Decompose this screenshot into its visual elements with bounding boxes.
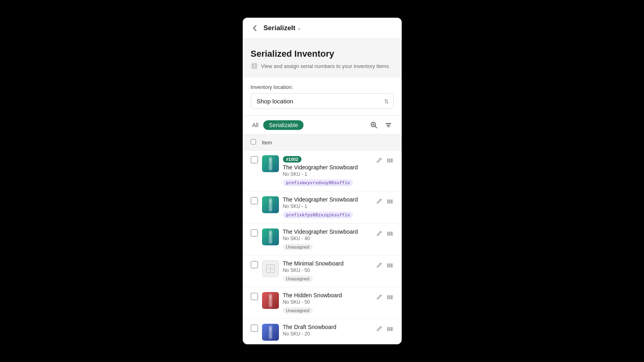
barcode-icon[interactable] xyxy=(386,262,394,271)
item-checkbox[interactable] xyxy=(251,197,258,204)
svg-rect-18 xyxy=(387,200,388,204)
item-thumbnail xyxy=(262,292,279,309)
app-window: SerializeIt ⌄ Serialized Inventory View … xyxy=(243,18,402,344)
page-subtitle: View and assign serial numbers to your i… xyxy=(251,62,394,70)
item-info: The Hidden Snowboard No SKU - 50 Unassig… xyxy=(283,292,372,314)
filter-tab-all[interactable]: All xyxy=(251,120,260,130)
svg-rect-38 xyxy=(390,263,391,267)
svg-rect-11 xyxy=(390,158,391,162)
header-checkbox-cell xyxy=(251,139,262,146)
svg-rect-9 xyxy=(388,158,389,162)
svg-point-1 xyxy=(254,64,255,65)
svg-rect-32 xyxy=(391,232,392,236)
item-info: The Videographer Snowboard No SKU - 1 pr… xyxy=(283,196,372,218)
item-actions xyxy=(376,294,394,302)
svg-rect-31 xyxy=(390,232,391,236)
select-all-checkbox[interactable] xyxy=(251,139,256,144)
item-checkbox[interactable] xyxy=(251,156,258,163)
svg-rect-43 xyxy=(270,296,271,297)
item-checkbox[interactable] xyxy=(251,261,258,268)
info-icon xyxy=(251,62,258,70)
svg-rect-21 xyxy=(390,200,391,204)
svg-rect-7 xyxy=(270,161,271,162)
barcode-icon[interactable] xyxy=(386,294,394,302)
sort-button[interactable] xyxy=(383,120,394,130)
svg-rect-6 xyxy=(270,159,271,160)
svg-rect-8 xyxy=(387,158,388,162)
barcode-icon[interactable] xyxy=(386,325,394,334)
svg-rect-44 xyxy=(270,298,271,299)
svg-rect-37 xyxy=(389,263,390,267)
svg-rect-19 xyxy=(388,200,389,204)
location-select-wrapper: Shop location Warehouse 1 Warehouse 2 ⇅ xyxy=(251,93,394,109)
filter-tab-serializable[interactable]: Serializable xyxy=(263,120,303,130)
svg-rect-54 xyxy=(270,329,271,331)
item-checkbox[interactable] xyxy=(251,229,258,237)
item-info: The Draft Snowboard No SKU - 20 xyxy=(283,324,372,338)
item-actions xyxy=(376,198,394,207)
list-item: The Videographer Snowboard No SKU - 40 U… xyxy=(243,224,402,255)
location-select[interactable]: Shop location Warehouse 1 Warehouse 2 xyxy=(251,93,394,109)
edit-icon[interactable] xyxy=(376,198,383,207)
svg-rect-40 xyxy=(392,263,393,267)
item-sku: No SKU - 20 xyxy=(283,331,372,337)
svg-rect-57 xyxy=(389,327,390,331)
barcode-icon[interactable] xyxy=(386,198,394,207)
nav-bar: SerializeIt ⌄ xyxy=(243,18,402,39)
item-name: The Draft Snowboard xyxy=(283,324,372,330)
back-button[interactable] xyxy=(251,24,259,32)
serial-badge: prefixmvyvrvdvoy80suffix xyxy=(283,179,353,186)
item-info: The Videographer Snowboard No SKU - 40 U… xyxy=(283,228,372,250)
search-filter-button[interactable] xyxy=(369,120,379,130)
svg-rect-20 xyxy=(389,200,390,204)
item-sku: No SKU - 1 xyxy=(283,171,372,177)
svg-rect-29 xyxy=(388,232,389,236)
table-header: Item xyxy=(243,135,402,150)
svg-rect-39 xyxy=(391,263,392,267)
page-title: Serialized Inventory xyxy=(251,49,394,59)
item-info: #1002 The Videographer Snowboard No SKU … xyxy=(283,155,372,186)
edit-icon[interactable] xyxy=(376,294,383,302)
item-name: The Hidden Snowboard xyxy=(283,292,372,298)
svg-rect-27 xyxy=(270,234,271,235)
unassigned-badge: Unassigned xyxy=(283,276,313,282)
column-header-item: Item xyxy=(262,140,272,146)
svg-rect-56 xyxy=(388,327,389,331)
edit-icon[interactable] xyxy=(376,325,383,334)
svg-rect-45 xyxy=(387,295,388,299)
item-actions xyxy=(376,262,394,271)
svg-rect-16 xyxy=(270,200,271,201)
list-item: The Draft Snowboard No SKU - 20 xyxy=(243,319,402,344)
svg-rect-28 xyxy=(387,232,388,236)
svg-rect-46 xyxy=(388,295,389,299)
unassigned-badge: Unassigned xyxy=(283,307,313,314)
svg-rect-55 xyxy=(387,327,388,331)
list-item: The Videographer Snowboard No SKU - 1 pr… xyxy=(243,191,402,224)
barcode-icon[interactable] xyxy=(386,230,394,239)
item-sku: No SKU - 1 xyxy=(283,204,372,209)
edit-icon[interactable] xyxy=(376,262,383,271)
svg-rect-13 xyxy=(392,158,393,162)
item-name: The Minimal Snowboard xyxy=(283,260,372,267)
svg-rect-50 xyxy=(392,295,393,299)
item-checkbox[interactable] xyxy=(251,325,258,332)
list-item: The Minimal Snowboard No SKU - 50 Unassi… xyxy=(243,255,402,287)
edit-icon[interactable] xyxy=(376,230,383,239)
edit-icon[interactable] xyxy=(376,157,383,166)
list-item: The Hidden Snowboard No SKU - 50 Unassig… xyxy=(243,287,402,319)
inventory-list: #1002 The Videographer Snowboard No SKU … xyxy=(243,150,402,344)
serial-badge: prefixkfps68zxzqiksuffix xyxy=(283,212,353,218)
item-thumbnail xyxy=(262,260,279,277)
item-checkbox[interactable] xyxy=(251,293,258,300)
item-actions xyxy=(376,325,394,334)
order-badge: #1002 xyxy=(283,156,302,162)
item-name: The Videographer Snowboard xyxy=(283,228,372,235)
svg-rect-60 xyxy=(392,327,393,331)
svg-rect-17 xyxy=(270,202,271,203)
svg-rect-58 xyxy=(390,327,391,331)
svg-rect-23 xyxy=(392,200,393,204)
svg-rect-33 xyxy=(392,232,393,236)
barcode-icon[interactable] xyxy=(386,157,394,166)
svg-rect-35 xyxy=(387,263,388,267)
app-title: SerializeIt ⌄ xyxy=(264,24,301,32)
